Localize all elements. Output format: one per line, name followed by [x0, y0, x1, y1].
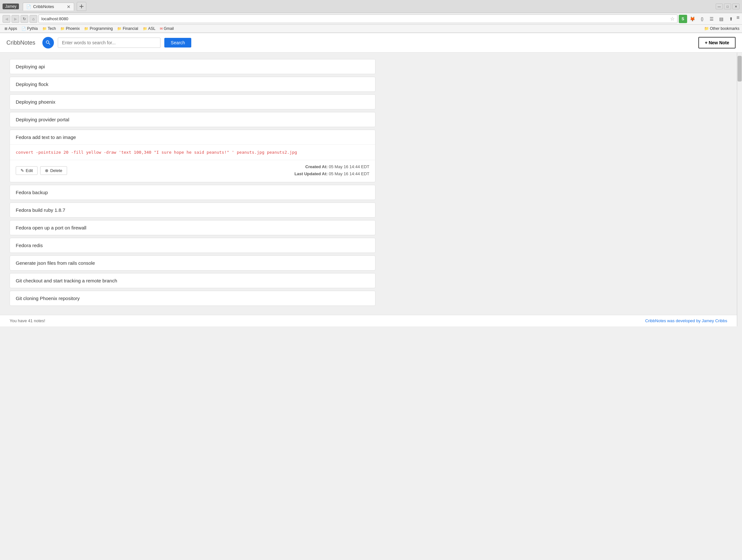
bookmark-phoenix[interactable]: 📁 Phoenix: [58, 26, 82, 32]
bookmark-folder-icon: 📁: [42, 26, 47, 31]
note-meta-5: Created At: 05 May 16 14:44 EDT Last Upd…: [294, 163, 369, 177]
search-icon-button[interactable]: [42, 37, 54, 49]
menu-button[interactable]: ≡: [737, 15, 739, 23]
note-title-4[interactable]: Deploying provider portal: [10, 112, 375, 127]
note-title-3[interactable]: Deploying phoenix: [10, 95, 375, 109]
refresh-button[interactable]: ↻: [20, 15, 28, 23]
note-title-5[interactable]: Fedora add text to an image: [10, 130, 375, 145]
updated-at-label: Last Updated At:: [294, 171, 328, 176]
note-item-4: Deploying provider portal: [10, 112, 375, 127]
note-title-10[interactable]: Generate json files from rails console: [10, 256, 375, 270]
bookmark-folder-icon-4: 📁: [117, 26, 122, 31]
updated-at-line: Last Updated At: 05 May 16 14:44 EDT: [294, 170, 369, 177]
nav-icons: S 🦊 {} ☰ ▤ ⬆ ≡: [679, 15, 739, 23]
bookmark-folder-icon-3: 📁: [84, 26, 89, 31]
note-item-3: Deploying phoenix: [10, 94, 375, 109]
url-text: localhost:8080: [41, 16, 668, 21]
note-code-5: convert -pointsize 20 -fill yellow -draw…: [16, 150, 369, 155]
search-button[interactable]: Search: [164, 38, 191, 48]
note-item-10: Generate json files from rails console: [10, 256, 375, 271]
close-button[interactable]: ✕: [732, 4, 739, 9]
bookmark-folder-icon-2: 📁: [60, 26, 65, 31]
note-title-1[interactable]: Deploying api: [10, 59, 375, 74]
back-button[interactable]: ◀: [3, 15, 10, 23]
bookmark-apps[interactable]: ⊞ Apps: [3, 26, 19, 32]
note-item-7: Fedora build ruby 1.8.7: [10, 203, 375, 218]
note-actions-5: ✎ Edit ⊗ Delete: [16, 166, 67, 175]
tab-close-button[interactable]: ✕: [67, 4, 70, 9]
note-title-7[interactable]: Fedora build ruby 1.8.7: [10, 203, 375, 217]
note-title-12[interactable]: Git cloning Phoenix repository: [10, 291, 375, 305]
note-item-6: Fedora backup: [10, 185, 375, 200]
note-title-11[interactable]: Git checkout and start tracking a remote…: [10, 273, 375, 288]
bookmark-tech[interactable]: 📁 Tech: [41, 26, 58, 32]
bookmark-asl[interactable]: 📁 ASL: [141, 26, 158, 32]
window-controls: — □ ✕: [716, 4, 739, 9]
search-input[interactable]: [58, 38, 160, 48]
created-at-line: Created At: 05 May 16 14:44 EDT: [294, 163, 369, 170]
other-bookmarks-folder-icon: 📁: [704, 26, 709, 31]
search-icon: [45, 40, 51, 46]
bookmark-gmail[interactable]: ✉ Gmail: [158, 26, 175, 32]
bookmark-folder-icon-5: 📁: [143, 26, 147, 31]
note-content-5: convert -pointsize 20 -fill yellow -draw…: [10, 145, 375, 160]
scroll-area: Deploying api Deploying flock Deploying …: [0, 53, 742, 326]
updated-at-value: 05 May 16 14:44 EDT: [329, 171, 369, 176]
new-note-button[interactable]: + New Note: [698, 37, 736, 49]
note-item-8: Fedora open up a port on firewall: [10, 220, 375, 235]
minimize-button[interactable]: —: [716, 4, 723, 9]
note-title-2[interactable]: Deploying flock: [10, 77, 375, 92]
devtools-icon[interactable]: {}: [698, 15, 706, 23]
note-item-1: Deploying api: [10, 59, 375, 74]
delete-icon: ⊗: [45, 168, 48, 173]
delete-button-5[interactable]: ⊗ Delete: [40, 166, 67, 175]
bookmark-pythia[interactable]: 📄 Pythia: [19, 26, 40, 32]
bookmark-financial[interactable]: 📁 Financial: [115, 26, 140, 32]
scrollbar-track[interactable]: [737, 53, 742, 326]
forward-button[interactable]: ▶: [11, 15, 19, 23]
notes-container: Deploying api Deploying flock Deploying …: [0, 53, 385, 315]
note-title-9[interactable]: Fedora redis: [10, 238, 375, 253]
nav-bar: ◀ ▶ ↻ ⌂ localhost:8080 ☆ S 🦊 {} ☰ ▤ ⬆ ≡: [0, 13, 742, 25]
footer-credit-link[interactable]: CribbNotes was developed by Jamey Cribbs: [645, 318, 727, 323]
app-header: CribbNotes Search + New Note: [0, 33, 742, 53]
url-bar[interactable]: localhost:8080 ☆: [39, 14, 678, 23]
new-tab-button[interactable]: [77, 2, 86, 11]
app-title: CribbNotes: [6, 40, 35, 46]
title-bar: Jamey 📄 CribbNotes ✕ — □ ✕: [0, 0, 742, 13]
bookmark-star-icon[interactable]: ☆: [670, 16, 675, 22]
note-item-5: Fedora add text to an image convert -poi…: [10, 130, 375, 182]
browser-chrome: Jamey 📄 CribbNotes ✕ — □ ✕ ◀ ▶ ↻ ⌂ local…: [0, 0, 742, 33]
bookmark-file-icon: 📄: [21, 26, 26, 31]
share-icon[interactable]: ⬆: [727, 15, 735, 23]
user-badge: Jamey: [3, 4, 19, 9]
main-content: Deploying api Deploying flock Deploying …: [0, 53, 737, 326]
created-at-label: Created At:: [305, 164, 328, 169]
notes-count: You have 41 notes!: [10, 318, 45, 323]
note-title-8[interactable]: Fedora open up a port on firewall: [10, 220, 375, 235]
tab-title: CribbNotes: [33, 4, 54, 9]
created-at-value: 05 May 16 14:44 EDT: [329, 164, 369, 169]
note-item-9: Fedora redis: [10, 238, 375, 253]
scrollbar-thumb[interactable]: [738, 56, 742, 81]
note-item-2: Deploying flock: [10, 77, 375, 92]
note-footer-5: ✎ Edit ⊗ Delete Created At:: [10, 160, 375, 182]
extension-green-icon[interactable]: S: [679, 15, 687, 23]
bookmark-programming[interactable]: 📁 Programming: [82, 26, 115, 32]
gmail-icon: ✉: [160, 26, 163, 31]
firefox-icon[interactable]: 🦊: [688, 15, 697, 23]
edit-button-5[interactable]: ✎ Edit: [16, 166, 38, 175]
sidebar-icon[interactable]: ▤: [717, 15, 726, 23]
edit-icon: ✎: [20, 168, 24, 173]
note-title-6[interactable]: Fedora backup: [10, 185, 375, 200]
page-footer: You have 41 notes! CribbNotes was develo…: [0, 315, 737, 326]
maximize-button[interactable]: □: [724, 4, 731, 9]
browser-tab[interactable]: 📄 CribbNotes ✕: [23, 3, 74, 11]
svg-rect-1: [80, 6, 84, 7]
home-button[interactable]: ⌂: [30, 15, 37, 23]
bookmarks-bar: ⊞ Apps 📄 Pythia 📁 Tech 📁 Phoenix 📁 Progr…: [0, 25, 742, 33]
tab-icon: 📄: [26, 4, 31, 9]
apps-grid-icon: ⊞: [4, 26, 7, 31]
reader-mode-icon[interactable]: ☰: [708, 15, 716, 23]
other-bookmarks[interactable]: 📁 Other bookmarks: [704, 26, 739, 31]
